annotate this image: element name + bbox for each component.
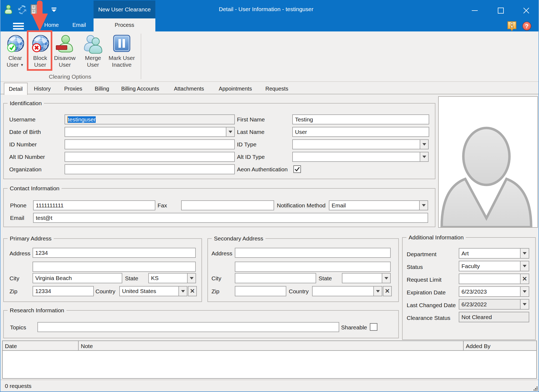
- svg-text:?: ?: [525, 23, 528, 30]
